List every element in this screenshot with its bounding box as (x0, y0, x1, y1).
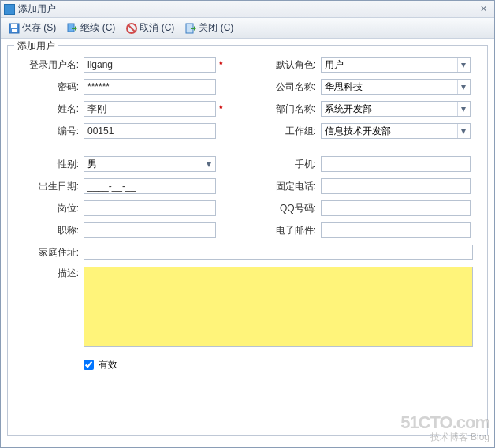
dept-value: 系统开发部 (325, 103, 372, 116)
titlebar[interactable]: 添加用户 ✕ (1, 1, 494, 18)
svg-rect-1 (11, 24, 17, 28)
chevron-down-icon: ▾ (203, 157, 214, 171)
dept-select[interactable]: 系统开发部 ▾ (321, 101, 471, 117)
label-default-role: 默认角色: (251, 58, 321, 72)
number-input[interactable] (84, 123, 216, 139)
company-value: 华思科技 (325, 80, 363, 94)
password-input[interactable] (84, 79, 216, 95)
chevron-down-icon: ▾ (457, 124, 468, 138)
continue-button[interactable]: 继续 (C) (62, 20, 120, 37)
birth-input[interactable] (84, 178, 216, 194)
window-title: 添加用户 (18, 2, 480, 16)
save-icon (9, 23, 20, 34)
company-select[interactable]: 华思科技 ▾ (321, 79, 471, 95)
mobile-input[interactable] (321, 156, 471, 172)
name-input[interactable] (84, 101, 216, 117)
label-title: 职称: (14, 224, 84, 237)
label-dept: 部门名称: (251, 103, 321, 116)
label-mobile: 手机: (251, 158, 321, 171)
title-input[interactable] (84, 222, 216, 238)
label-phone: 固定电话: (251, 180, 321, 193)
chevron-down-icon: ▾ (457, 58, 468, 72)
workgroup-value: 信息技术开发部 (325, 125, 391, 138)
label-desc: 描述: (14, 267, 84, 280)
dialog-add-user: 添加用户 ✕ 保存 (S) 继续 (C) 取消 (C) 关闭 (C) (0, 0, 495, 448)
close-button[interactable]: 关闭 (C) (181, 20, 238, 37)
label-number: 编号: (14, 125, 84, 138)
save-button[interactable]: 保存 (S) (4, 20, 61, 37)
post-input[interactable] (84, 200, 216, 216)
toolbar: 保存 (S) 继续 (C) 取消 (C) 关闭 (C) (1, 18, 494, 39)
form-content: 登录用户名: * 密码: 姓名: * 编号: (14, 54, 481, 429)
close-icon[interactable]: ✕ (480, 4, 491, 15)
valid-checkbox[interactable] (84, 360, 94, 370)
chevron-down-icon: ▾ (457, 102, 468, 116)
continue-label: 继续 (C) (80, 21, 115, 35)
label-valid: 有效 (99, 358, 117, 371)
label-name: 姓名: (14, 103, 84, 116)
close-label: 关闭 (C) (199, 21, 233, 35)
label-company: 公司名称: (251, 80, 321, 94)
default-role-value: 用户 (325, 58, 344, 72)
save-label: 保存 (S) (22, 21, 56, 35)
svg-line-5 (128, 25, 135, 32)
fieldset-legend: 添加用户 (14, 39, 58, 53)
app-icon (4, 4, 15, 15)
label-gender: 性别: (14, 158, 84, 171)
label-workgroup: 工作组: (251, 125, 321, 138)
gender-select[interactable]: 男 ▾ (84, 156, 216, 172)
label-email: 电子邮件: (251, 224, 321, 237)
required-mark: * (219, 103, 223, 114)
email-input[interactable] (321, 222, 471, 238)
address-input[interactable] (84, 245, 473, 260)
label-qq: QQ号码: (251, 202, 321, 215)
svg-rect-2 (12, 29, 17, 32)
label-login: 登录用户名: (14, 58, 84, 72)
label-post: 岗位: (14, 202, 84, 215)
chevron-down-icon: ▾ (457, 80, 468, 94)
cancel-label: 取消 (C) (140, 21, 174, 35)
label-password: 密码: (14, 80, 84, 94)
phone-input[interactable] (321, 178, 471, 194)
qq-input[interactable] (321, 200, 471, 216)
exit-icon (185, 23, 196, 34)
workgroup-select[interactable]: 信息技术开发部 ▾ (321, 123, 471, 139)
cancel-icon (126, 23, 137, 34)
login-input[interactable] (84, 57, 216, 73)
label-address: 家庭住址: (14, 246, 84, 259)
form-fieldset: 添加用户 登录用户名: * 密码: 姓名: (7, 45, 488, 436)
label-birth: 出生日期: (14, 180, 84, 193)
default-role-select[interactable]: 用户 ▾ (321, 57, 471, 73)
gender-value: 男 (87, 158, 97, 171)
cancel-button[interactable]: 取消 (C) (121, 20, 179, 37)
continue-icon (67, 23, 78, 34)
required-mark: * (219, 59, 223, 70)
desc-textarea[interactable] (84, 267, 473, 347)
